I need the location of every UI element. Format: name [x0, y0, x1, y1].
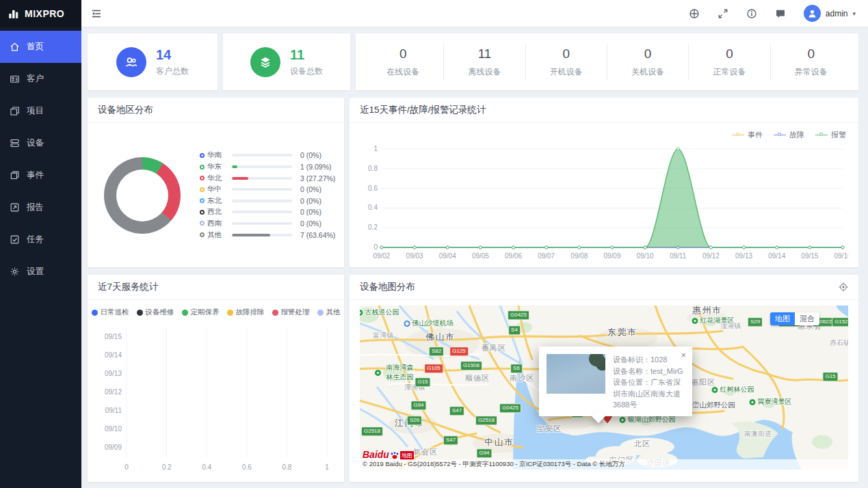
- message-icon[interactable]: [775, 8, 786, 19]
- region-legend-row[interactable]: 华北3 (27.27%): [200, 172, 337, 184]
- region-name: 西北: [207, 207, 232, 217]
- event-icon: [10, 170, 20, 180]
- svg-text:0.6: 0.6: [242, 463, 252, 471]
- region-bar-fill: [232, 177, 248, 180]
- legend-ring-marker: [200, 198, 205, 203]
- svg-text:0.4: 0.4: [368, 204, 378, 211]
- svg-text:09/14: 09/14: [105, 351, 122, 359]
- task-icon: [10, 234, 20, 245]
- sidebar-item-tasks[interactable]: 任务: [0, 223, 81, 256]
- legend-ring-marker: [200, 187, 205, 192]
- stat-item: 0关机设备: [607, 44, 689, 81]
- region-legend-row[interactable]: 华中0 (0%): [200, 184, 337, 195]
- stat-label: 离线设备: [444, 66, 525, 78]
- service-bar-chart: 00.20.40.60.8109/1509/1409/1309/1209/110…: [98, 322, 334, 478]
- sidebar-item-label: 项目: [27, 105, 44, 117]
- sidebar-item-label: 任务: [27, 234, 44, 245]
- region-bar-track: [232, 234, 292, 236]
- legend-label: 日常巡检: [101, 308, 129, 317]
- stat-value: 0: [363, 46, 443, 62]
- region-legend: 华南0 (0%)华东1 (9.09%)华北3 (27.27%)华中0 (0%)东…: [200, 150, 337, 241]
- region-legend-row[interactable]: 西南0 (0%): [200, 218, 337, 230]
- events-legend-item[interactable]: 事件: [732, 129, 763, 141]
- sidebar-item-devices[interactable]: 设备: [0, 127, 81, 159]
- info-icon[interactable]: [746, 8, 757, 19]
- legend-dot-marker: [227, 310, 233, 316]
- sidebar-item-home[interactable]: 首页: [0, 31, 81, 63]
- region-legend-row[interactable]: 其他7 (63.64%): [200, 229, 337, 241]
- baidu-logo: Baidu 地图: [363, 449, 414, 460]
- region-bar-track: [232, 165, 292, 168]
- road-badge: S29: [748, 317, 763, 327]
- topbar-icons: [689, 8, 786, 19]
- region-value: 0 (0%): [300, 219, 321, 228]
- main-area: admin ▾ 14客户总数 11设备总数 0在线设备11离线设备0开机设备0关…: [81, 0, 868, 488]
- legend-label: 设备维修: [146, 308, 174, 317]
- map-type-selected[interactable]: 地图: [770, 312, 795, 325]
- svg-text:09/11: 09/11: [105, 407, 122, 414]
- region-value: 0 (0%): [300, 197, 321, 205]
- legend-ring-marker: [200, 153, 205, 158]
- map-canvas[interactable]: 佛山市东莞市惠州市江门市中山市番禺区顺德区南沙区新会区惠东县惠阳区宝安区北区屯门…: [360, 306, 848, 470]
- region-legend-row[interactable]: 华东1 (9.09%): [200, 161, 337, 173]
- legend-dot-marker: [137, 310, 143, 316]
- road-badge: G0425: [499, 403, 521, 413]
- sidebar-item-customers[interactable]: 客户: [0, 63, 81, 95]
- service-legend-item[interactable]: 定期保养: [182, 308, 220, 317]
- region-legend-row[interactable]: 东北0 (0%): [200, 195, 337, 207]
- road-badge: S47: [443, 435, 458, 445]
- svg-text:09/16: 09/16: [834, 252, 848, 260]
- road-badge: G0425: [508, 310, 529, 320]
- road-badge: S47: [449, 406, 464, 416]
- region-name: 西南: [207, 219, 232, 228]
- grid-globe-icon[interactable]: [689, 8, 700, 19]
- region-value: 0 (0%): [300, 185, 321, 193]
- svg-text:09/07: 09/07: [538, 252, 555, 260]
- app-logo: MIXPRO: [0, 0, 81, 27]
- service-legend: 日常巡检设备维修定期保养故障排除报警处理其他: [88, 300, 344, 321]
- sidebar-item-projects[interactable]: 项目: [0, 95, 81, 127]
- user-menu[interactable]: admin ▾: [804, 5, 856, 22]
- region-panel-title: 设备地区分布: [88, 98, 344, 123]
- events-panel: 近15天事件/故障/报警记录统计 事件故障报警 00.20.40.60.8109…: [350, 98, 858, 267]
- menu-fold-icon[interactable]: [91, 8, 102, 19]
- service-legend-item[interactable]: 报警处理: [272, 308, 310, 317]
- close-icon[interactable]: ×: [681, 351, 686, 360]
- service-legend-item[interactable]: 日常巡检: [92, 308, 129, 317]
- stat-item: 0正常设备: [689, 44, 770, 81]
- fullscreen-icon[interactable]: [718, 8, 728, 19]
- svg-text:1: 1: [325, 463, 329, 471]
- legend-label: 事件: [748, 130, 763, 140]
- service-legend-item[interactable]: 故障排除: [227, 308, 265, 317]
- events-legend-item[interactable]: 故障: [774, 129, 804, 141]
- legend-label: 定期保养: [191, 308, 220, 317]
- map-type-option[interactable]: 混合: [795, 312, 819, 325]
- road-badge: G1508: [460, 361, 482, 370]
- map-panel-title: 设备地图分布: [360, 281, 415, 293]
- locate-icon[interactable]: [839, 282, 848, 292]
- road-badge: G105: [424, 364, 443, 373]
- events-panel-title: 近15天事件/故障/报警记录统计: [350, 98, 858, 123]
- legend-label: 报警处理: [281, 308, 310, 317]
- events-legend-item[interactable]: 报警: [815, 129, 846, 141]
- project-icon: [10, 106, 20, 116]
- svg-text:0.8: 0.8: [368, 165, 378, 172]
- road-badge: S4: [508, 325, 521, 335]
- sidebar-item-reports[interactable]: 报告: [0, 191, 81, 223]
- sidebar-nav: 首页客户项目设备事件报告任务设置: [0, 27, 81, 288]
- region-value: 0 (0%): [300, 151, 321, 159]
- service-legend-item[interactable]: 其他: [317, 308, 341, 317]
- road-badge: G94: [410, 401, 426, 410]
- stat-item: 0在线设备: [363, 44, 444, 81]
- settings-icon: [10, 267, 20, 277]
- users-icon: [116, 47, 146, 77]
- sidebar-item-settings[interactable]: 设置: [0, 256, 81, 288]
- device-info-row: 设备名称：test_MirG: [613, 366, 685, 377]
- region-legend-row[interactable]: 华南0 (0%): [200, 150, 337, 161]
- service-legend-item[interactable]: 设备维修: [137, 308, 174, 317]
- sidebar-item-label: 客户: [27, 73, 44, 85]
- road-badge: G15: [822, 372, 838, 381]
- svg-text:09/12: 09/12: [702, 252, 720, 260]
- region-legend-row[interactable]: 西北0 (0%): [200, 206, 337, 218]
- sidebar-item-events[interactable]: 事件: [0, 159, 81, 191]
